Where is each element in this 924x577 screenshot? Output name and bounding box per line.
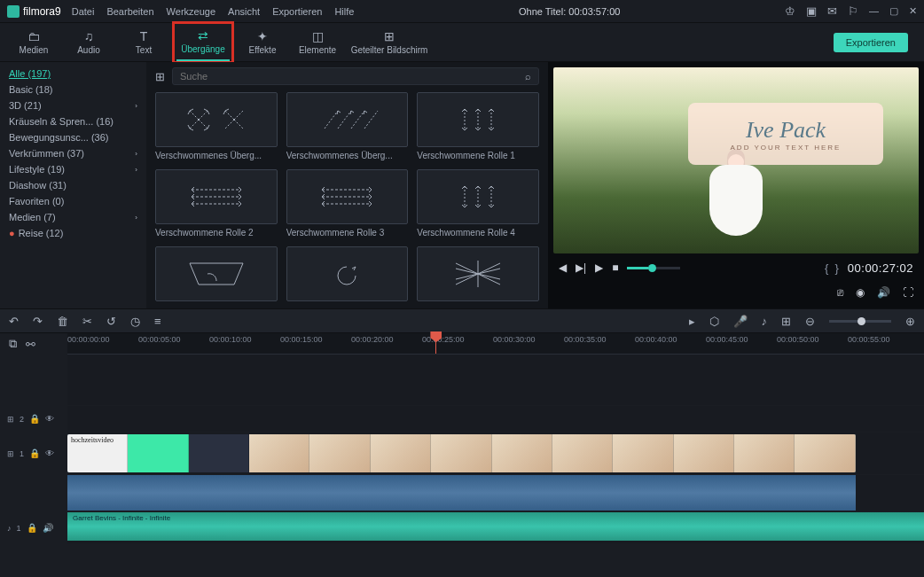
transition-thumb[interactable]: Verschwommene Rolle 4 [417,169,539,238]
files-icon[interactable]: ▣ [806,4,817,18]
search-field[interactable] [180,71,525,82]
track-v2-lane[interactable] [67,406,924,432]
category-basic[interactable]: Basic (18) [0,82,146,97]
tab-text[interactable]: TText [117,24,170,61]
category-3d[interactable]: 3D (21)› [0,97,146,113]
tab-split-screen[interactable]: ⊞Geteilter Bildschirm [346,24,433,61]
transition-thumb[interactable]: Verschwommene Rolle 3 [286,169,409,238]
ruler-mark: 00:00:30:00 [493,335,536,344]
account-icon[interactable]: ♔ [785,4,795,18]
chevron-right-icon: › [135,214,137,222]
tab-elements[interactable]: ◫Elemente [291,24,344,61]
mixer-icon[interactable]: ⊞ [781,315,791,328]
zoom-slider[interactable] [829,320,891,323]
video-track-icon: ⊞ [7,449,14,458]
volume-slider[interactable] [627,267,680,269]
menu-help[interactable]: Hilfe [334,6,354,17]
transition-thumb[interactable]: Verschwommene Rolle 2 [155,169,278,238]
ruler-mark: 00:00:20:00 [351,335,394,344]
marker-icon[interactable]: ⬡ [709,315,719,328]
record-vo-icon[interactable]: 🎤 [733,315,748,328]
category-favorites[interactable]: Favoriten (0) [0,193,146,209]
undo-icon[interactable]: ↶ [9,315,19,328]
display-icon[interactable]: ⎚ [837,286,843,299]
preview-video[interactable]: Ive Pack ADD YOUR TEXT HERE [553,67,919,253]
zoom-out-icon[interactable]: ⊖ [805,315,815,328]
lock-icon[interactable]: 🔒 [27,523,37,533]
music-icon[interactable]: ♪ [762,315,768,328]
track-a1-label: ♪ 1 🔒 🔊 [0,512,67,543]
transition-thumb[interactable] [286,246,409,303]
duplicate-icon[interactable]: ⧉ [9,337,17,351]
menu-export[interactable]: Exportieren [272,6,322,17]
playhead[interactable] [435,333,436,354]
cut-icon[interactable]: ✂ [82,315,92,328]
tab-transitions[interactable]: ⇄Übergänge [176,24,230,61]
track-spacer-lane[interactable] [67,355,924,405]
app-logo: filmora9 [7,5,61,18]
zoom-in-icon[interactable]: ⊕ [905,315,915,328]
maximize-icon[interactable]: ▢ [889,5,898,17]
menu-file[interactable]: Datei [72,6,95,17]
video-clip[interactable]: hochzeitsvideo [67,434,856,472]
lock-icon[interactable]: 🔒 [29,448,40,458]
fullscreen-icon[interactable]: ⛶ [903,286,913,299]
category-travel[interactable]: ●Reise (12) [0,225,146,241]
transition-thumb[interactable] [417,246,539,303]
menu-view[interactable]: Ansicht [228,6,260,17]
transition-thumb[interactable]: Verschwommenes Überg... [286,92,409,160]
play-icon[interactable]: ▶ [595,261,603,274]
lock-icon[interactable]: 🔒 [29,414,40,424]
mark-in-out-icon[interactable]: { } [825,261,839,275]
audio-clip-label: Garret Bevins - Infinite - Infinite [73,514,170,522]
tab-audio[interactable]: ♫Audio [62,24,115,61]
audio-track-icon: ♪ [7,524,12,533]
mail-icon[interactable]: ✉ [827,4,837,18]
export-button[interactable]: Exportieren [834,33,908,52]
snapshot-icon[interactable]: ◉ [856,286,865,299]
transition-thumb[interactable]: Verschwommenes Überg... [155,92,278,160]
track-a1-lane[interactable]: Garret Bevins - Infinite - Infinite [67,512,924,543]
settings-icon[interactable]: ≡ [154,315,161,328]
close-icon[interactable]: ✕ [909,5,917,17]
delete-icon[interactable]: 🗑 [57,315,68,328]
category-slideshow[interactable]: Diashow (31) [0,177,146,193]
reverse-icon[interactable]: ↺ [106,315,116,328]
audio-clip[interactable]: Garret Bevins - Infinite - Infinite [67,512,924,541]
preview-tools: ⎚ ◉ 🔊 ⛶ [553,282,919,303]
minimize-icon[interactable]: — [869,5,879,17]
search-icon[interactable]: ⌕ [525,71,531,82]
category-all[interactable]: Alle (197) [0,66,146,82]
category-lifestyle[interactable]: Lifestyle (19)› [0,161,146,177]
tab-media[interactable]: 🗀Medien [7,24,60,61]
track-a-wave-lane[interactable] [67,475,924,511]
link-icon[interactable]: ⚯ [26,338,35,351]
category-ripple[interactable]: Kräuseln & Spren... (16) [0,113,146,129]
search-input[interactable]: ⌕ [172,67,539,85]
notification-icon[interactable]: ⚐ [848,4,858,18]
step-back-icon[interactable]: ▶| [576,261,586,274]
preview-timecode: 00:00:27:02 [848,261,913,275]
render-icon[interactable]: ▸ [689,315,695,328]
menu-edit[interactable]: Bearbeiten [106,6,153,17]
audio-waveform[interactable] [67,475,856,511]
category-warp[interactable]: Verkrümmen (37)› [0,145,146,161]
prev-frame-icon[interactable]: ◀ [559,261,567,274]
sound-icon[interactable]: 🔊 [43,523,53,533]
category-motion-blur[interactable]: Bewegungsunsc... (36) [0,129,146,145]
transition-thumb[interactable]: Verschwommene Rolle 1 [417,92,539,160]
track-v1-lane[interactable]: hochzeitsvideo [67,433,924,474]
menu-tools[interactable]: Werkzeuge [167,6,215,17]
transition-thumb[interactable] [155,246,278,303]
tab-effects[interactable]: ✦Effekte [236,24,289,61]
timeline-ruler[interactable]: 00:00:00:0000:00:05:0000:00:10:0000:00:1… [67,333,924,355]
speed-icon[interactable]: ◷ [130,315,140,328]
grid-view-icon[interactable]: ⊞ [155,70,165,83]
eye-icon[interactable]: 👁 [45,414,54,424]
sound-icon[interactable]: 🔊 [877,286,890,299]
ruler-mark: 00:00:00:00 [67,335,110,344]
category-media[interactable]: Medien (7)› [0,209,146,225]
redo-icon[interactable]: ↷ [33,315,43,328]
eye-icon[interactable]: 👁 [45,448,54,458]
stop-icon[interactable]: ■ [612,261,618,274]
